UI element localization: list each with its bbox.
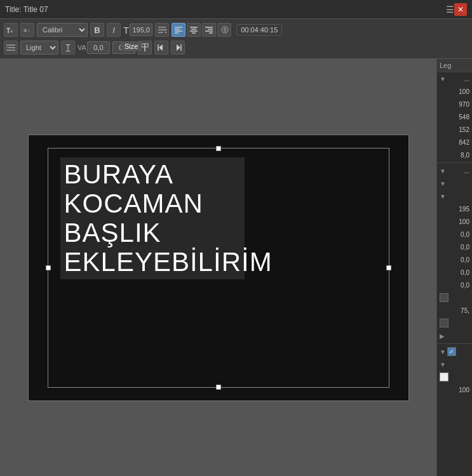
rp-arrow-icon-1[interactable]: ▼	[440, 180, 446, 187]
rp-value-152: 152	[440, 126, 469, 133]
align-right-button[interactable]	[202, 23, 216, 37]
rp-value-100: 100	[440, 88, 469, 95]
rp-value-75: 75,	[440, 307, 469, 314]
rp-value-970: 970	[440, 101, 469, 108]
title-line-1: BURAYA	[64, 160, 241, 189]
rp-val-row-842: 842	[437, 136, 472, 149]
menu-icon[interactable]: ☰	[446, 4, 454, 15]
close-button[interactable]: ✕	[454, 3, 467, 16]
kerning-control: VA	[78, 41, 110, 54]
timecode-display: 00:04:40:15	[236, 24, 282, 36]
svg-marker-8	[165, 32, 167, 33]
rp-val-row-75: 75,	[437, 304, 472, 317]
align-buttons	[172, 23, 231, 37]
rp-value-842: 842	[440, 139, 469, 146]
rp-val-dots-2: ...	[447, 168, 469, 175]
indent-icon[interactable]	[4, 41, 18, 55]
handle-top-center[interactable]	[216, 146, 221, 151]
rp-separator-2	[437, 343, 472, 344]
text-style-icon[interactable]: T≡	[4, 23, 18, 37]
title-text: BURAYA KOCAMAN BAŞLIK EKLEYEBİLİRİM	[60, 157, 245, 280]
window-title: Title: Title 07	[5, 5, 442, 14]
rp-value-0b: 0,0	[440, 244, 469, 251]
rp-separator-1	[437, 162, 472, 163]
svg-text:≡: ≡	[10, 29, 13, 34]
kerning-icon: VA	[78, 44, 86, 51]
toolbar-row-2: Light T VA	[4, 39, 468, 56]
rp-color-swatch[interactable]	[440, 373, 448, 381]
next-frame-icon[interactable]	[171, 41, 185, 55]
rp-arrow-row-1[interactable]: ▼	[437, 177, 472, 190]
rp-value-100c: 100	[440, 387, 469, 393]
font-size-icon: T	[123, 25, 129, 36]
font-name-select[interactable]: Calibri	[37, 23, 88, 37]
svg-marker-7	[165, 29, 167, 30]
rp-value-0a: 0,0	[440, 231, 469, 238]
svg-marker-33	[177, 44, 180, 51]
title-line-2: KOCAMAN BAŞLIK	[64, 189, 241, 248]
right-panel-title: Leg	[440, 62, 451, 69]
line-spacing-control	[112, 41, 135, 54]
handle-right-center[interactable]	[386, 265, 391, 270]
rp-value-8: 8,0	[440, 152, 469, 159]
font-size-input[interactable]	[130, 23, 152, 36]
rp-val-row-195: 195	[437, 202, 472, 215]
right-panel-header: Leg	[437, 59, 472, 72]
toolbar-row-1: T≡ ≡ ↕ Calibri B I T Size	[4, 22, 468, 38]
rp-checkbox-1[interactable]	[440, 293, 448, 302]
timeline-marker-icon[interactable]	[138, 41, 152, 55]
handle-bottom-center[interactable]	[216, 385, 221, 390]
rp-val-row-0b: 0,0	[437, 241, 472, 253]
collapse-icon-1[interactable]: ▼	[440, 76, 446, 83]
rp-white-rect-row[interactable]	[437, 371, 472, 383]
rp-val-row-100: 100	[437, 85, 472, 98]
italic-button[interactable]: I	[107, 23, 121, 37]
collapse-icon-3[interactable]: ▼	[440, 348, 446, 355]
line-spacing-input[interactable]	[112, 41, 135, 54]
rp-collapse-row-2[interactable]: ▼ ...	[437, 164, 472, 177]
align-center-button[interactable]	[187, 23, 201, 37]
handle-left-center[interactable]	[46, 265, 51, 270]
align-left-button[interactable]	[172, 23, 185, 37]
prev-frame-icon[interactable]	[154, 41, 168, 55]
rp-rect-control[interactable]	[440, 319, 448, 327]
rp-value-0e: 0,0	[440, 282, 469, 289]
svg-marker-31	[159, 44, 163, 51]
svg-marker-28	[6, 47, 8, 48]
align-justify-button[interactable]	[217, 23, 231, 37]
rp-val-row-100b: 100	[437, 215, 472, 228]
rp-value-0d: 0,0	[440, 269, 469, 276]
rp-arrow-row-3[interactable]: ▶	[437, 329, 472, 342]
rp-checkbox-row-1[interactable]	[437, 291, 472, 304]
rp-checkbox-checked[interactable]	[447, 347, 456, 356]
kerning-input[interactable]	[87, 41, 110, 54]
rp-small-rect-row[interactable]	[437, 317, 472, 329]
bold-button[interactable]: B	[90, 23, 104, 37]
font-weight-select[interactable]: Light	[20, 41, 58, 55]
rp-val-row-548: 548	[437, 110, 472, 123]
rp-arrow-icon-2[interactable]: ▼	[440, 193, 446, 200]
line-spacing-icon[interactable]: ≡ ↕	[20, 23, 34, 37]
rp-expand-arrow[interactable]: ▶	[440, 333, 445, 340]
collapse-icon-2[interactable]: ▼	[440, 168, 446, 175]
top-bar: Title: Title 07 ☰ ✕	[0, 0, 472, 19]
rp-collapse-row-1[interactable]: ▼ ...	[437, 72, 472, 85]
para-spacing-icon[interactable]	[155, 23, 169, 37]
text-content-box[interactable]: BURAYA KOCAMAN BAŞLIK EKLEYEBİLİRİM	[60, 157, 245, 280]
rp-arrow-icon-4[interactable]: ▼	[440, 361, 446, 368]
canvas-area: BURAYA KOCAMAN BAŞLIK EKLEYEBİLİRİM	[0, 59, 436, 476]
rp-val-row-0c: 0,0	[437, 253, 472, 266]
canvas-frame: BURAYA KOCAMAN BAŞLIK EKLEYEBİLİRİM	[28, 135, 409, 401]
rp-val-row-970: 970	[437, 98, 472, 110]
rp-val-row-8: 8,0	[437, 149, 472, 161]
rp-val-row-100c: 100	[437, 383, 472, 396]
rp-val-row-0d: 0,0	[437, 266, 472, 279]
font-size-control: T Size	[123, 23, 152, 36]
rp-arrow-row-4[interactable]: ▼	[437, 358, 472, 371]
main-area: BURAYA KOCAMAN BAŞLIK EKLEYEBİLİRİM Leg …	[0, 59, 472, 476]
rp-val-row-0a: 0,0	[437, 228, 472, 241]
rp-collapse-row-3[interactable]: ▼	[437, 345, 472, 358]
underline-button[interactable]: T	[61, 41, 75, 55]
rp-arrow-row-2[interactable]: ▼	[437, 190, 472, 202]
rp-val-dots-1: ...	[447, 76, 469, 83]
